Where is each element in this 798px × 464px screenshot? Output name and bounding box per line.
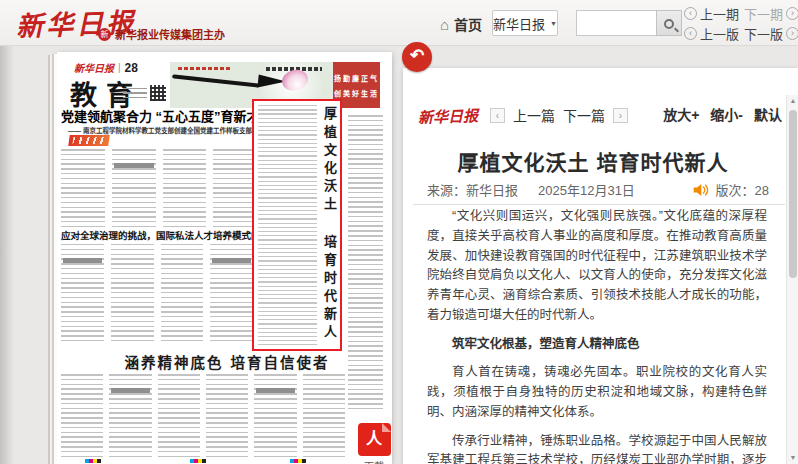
pdf-download-button[interactable]: 人 下载	[356, 423, 392, 464]
qr-code	[150, 85, 166, 101]
circle-left-icon: ‹	[684, 27, 697, 40]
issue-page-pager: ‹ 上一期 下一期 › ‹ 上一版 下一版 ›	[684, 3, 798, 43]
text-column-placeholder	[111, 244, 154, 345]
scroll-up-arrow-icon[interactable]: ▲	[787, 95, 798, 107]
next-edition-button[interactable]: 下一版 ›	[744, 24, 798, 43]
print-registration-marks	[290, 459, 306, 463]
next-issue-label: 下一期	[744, 4, 783, 23]
next-issue-button[interactable]: 下一期 ›	[744, 4, 798, 23]
paper-select-value: 新华日报	[493, 14, 545, 33]
prev-edition-button[interactable]: ‹ 上一版	[684, 24, 744, 43]
masthead-logo: 新华日报	[74, 60, 114, 75]
home-label: 首页	[454, 14, 482, 34]
text-column-placeholder	[213, 149, 257, 228]
search-input[interactable]	[576, 10, 656, 36]
middle-article-headline[interactable]: 应对全球治理的挑战，国际私法人才培养模式的新探索	[61, 228, 261, 242]
chevron-down-icon: ▼	[550, 20, 557, 27]
article-paragraph: 传承行业精神，锤炼职业品格。学校源起于中国人民解放军基建工程兵第三技术学校，历经…	[427, 432, 767, 464]
prev-article-arrow-button[interactable]: ‹	[490, 108, 505, 123]
banner-slogan-line1: 扬勤廉正气	[334, 73, 379, 83]
text-column-placeholder	[112, 149, 156, 228]
scrollbar-thumb[interactable]	[789, 110, 797, 278]
paper-select-dropdown[interactable]: 新华日报 ▼	[492, 10, 558, 36]
text-column-placeholder	[158, 374, 200, 457]
text-column-placeholder	[161, 244, 204, 345]
font-size-controls: 放大+ 缩小- 默认	[663, 104, 782, 124]
page-edge-shadow	[0, 46, 14, 464]
circle-right-icon: ›	[786, 27, 798, 40]
lead-article-subhead: —— 南京工程学院材料学教工党支部创建全国党建工作样板支部	[61, 125, 259, 135]
print-registration-marks	[85, 459, 101, 463]
article-title: 厚植文化沃土 培育时代新人	[403, 146, 783, 176]
highlighted-article-box[interactable]: 厚植文化沃土 培育时代新人	[252, 99, 342, 351]
prev-issue-button[interactable]: ‹ 上一期	[684, 4, 744, 23]
slogan-text: 新华报业传媒集团主办	[115, 26, 225, 42]
masthead-divider: |	[118, 62, 121, 73]
page-number: 28	[125, 61, 138, 75]
article-edition: 版次：28	[716, 180, 769, 199]
scroll-down-arrow-icon[interactable]: ▼	[787, 452, 798, 464]
prev-edition-label: 上一版	[700, 24, 739, 43]
audio-speaker-icon[interactable]	[692, 183, 709, 197]
article-scrollbar[interactable]: ▲ ▼	[786, 95, 798, 464]
text-column-placeholder	[303, 374, 345, 457]
article-meta-row: 来源：新华日报 2025年12月31日 版次：28	[427, 180, 769, 199]
circle-left-icon: ‹	[684, 7, 697, 20]
calligraphy-brush-icon	[172, 74, 260, 87]
circle-right-icon: ›	[786, 7, 798, 20]
page-date-lines	[123, 88, 147, 101]
pdf-icon-glyph: 人	[358, 430, 391, 448]
text-column-placeholder	[61, 149, 105, 228]
lead-article-headline[interactable]: 党建领航聚合力 “五心五度”育新才	[61, 106, 259, 125]
text-column-placeholder	[258, 105, 317, 345]
article-paragraph: “文化兴则国运兴，文化强则民族强。”文化底蕴的深厚程度，直接关乎高校育人事业的高…	[427, 207, 767, 326]
pdf-icon: 人	[358, 423, 391, 456]
article-edition-group: 版次：28	[692, 180, 769, 199]
next-article-arrow-button[interactable]: ›	[613, 108, 628, 123]
bottom-article-columns	[61, 374, 345, 457]
text-column-placeholder	[61, 374, 103, 457]
xinhua-daily-small-logo: 新华日报	[418, 103, 479, 126]
prev-issue-label: 上一期	[700, 4, 739, 23]
nav-home-link[interactable]: ⌂ 首页	[440, 14, 482, 34]
media-group-slogan: 新 新华报业传媒集团主办	[98, 26, 225, 42]
bottom-article-headline[interactable]: 涵养精神底色 培育自信使者	[109, 351, 345, 372]
article-reader-panel: 新华日报 ‹ 上一篇 下一篇 › 放大+ 缩小- 默认 厚植文化沃土 培育时代新…	[403, 68, 798, 464]
search-icon	[664, 19, 674, 29]
text-column-placeholder	[254, 374, 296, 457]
zoom-out-button[interactable]: 缩小-	[710, 104, 743, 124]
app-window: 新华日报 新 新华报业传媒集团主办 ⌂ 首页 新华日报 ▼ ‹ 上一期 下一期 …	[0, 0, 798, 464]
text-column-placeholder	[61, 244, 104, 345]
article-source: 来源：新华日报	[427, 180, 518, 199]
article-toolbar: 新华日报 ‹ 上一篇 下一篇 ›	[418, 104, 628, 126]
text-column-placeholder	[163, 149, 207, 228]
lead-article-tag-badge	[68, 135, 110, 146]
text-column-placeholder	[109, 374, 151, 457]
newspaper-page-thumbnail[interactable]: 新华日报 | 28 教育 扬勤廉正气 创美好生活 党建领航聚合力 “五心五度”育…	[57, 52, 392, 464]
page-masthead: 新华日报 | 28	[74, 60, 138, 75]
back-button[interactable]: ↶	[402, 42, 432, 72]
group-emblem-icon: 新	[98, 28, 111, 41]
print-registration-marks	[190, 459, 206, 463]
article-source-date: 来源：新华日报 2025年12月31日	[427, 180, 635, 199]
lead-article-columns	[61, 149, 257, 228]
search-button[interactable]	[656, 10, 682, 36]
home-icon: ⌂	[440, 16, 449, 33]
top-header-bar: 新华日报 新 新华报业传媒集团主办 ⌂ 首页 新华日报 ▼ ‹ 上一期 下一期 …	[0, 0, 798, 46]
next-article-button[interactable]: 下一篇	[563, 105, 605, 125]
zoom-in-button[interactable]: 放大+	[663, 104, 699, 124]
article-subheading: 筑牢文化根基，塑造育人精神底色	[427, 335, 767, 355]
download-label: 下载	[356, 458, 392, 464]
article-paragraph: 育人首在铸魂，铸魂必先固本。职业院校的文化育人实践，须植根于自身独特的历史积淀和…	[427, 363, 767, 422]
banner-slogan-line2: 创美好生活	[334, 88, 379, 98]
text-column-placeholder	[206, 374, 248, 457]
zoom-reset-button[interactable]: 默认	[754, 104, 782, 124]
text-column-placeholder	[348, 115, 383, 413]
prev-article-button[interactable]: 上一篇	[513, 105, 555, 125]
highlighted-article-vertical-title: 厚植文化沃土 培育时代新人	[320, 105, 338, 345]
middle-article-columns	[61, 244, 253, 345]
banner-small-red-text	[178, 67, 230, 70]
text-column-placeholder	[210, 244, 253, 345]
article-date: 2025年12月31日	[538, 180, 635, 199]
next-edition-label: 下一版	[744, 24, 783, 43]
